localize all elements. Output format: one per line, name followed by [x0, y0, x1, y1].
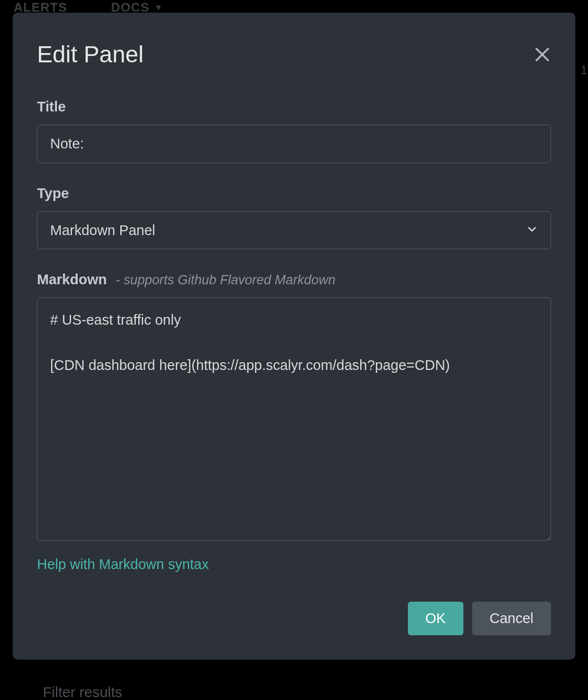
type-block: Type Markdown Panel [37, 185, 551, 249]
title-label: Title [37, 99, 551, 115]
background-filter-text: Filter results [43, 684, 122, 700]
type-label: Type [37, 185, 551, 202]
edit-panel-modal: Edit Panel Title Type Markdown Panel M [13, 13, 575, 660]
close-icon[interactable] [533, 46, 551, 63]
cancel-button[interactable]: Cancel [472, 602, 551, 635]
markdown-label-text: Markdown [37, 272, 107, 287]
type-select[interactable]: Markdown Panel [37, 211, 551, 249]
type-select-wrap: Markdown Panel [37, 211, 551, 249]
ok-button[interactable]: OK [408, 602, 463, 635]
markdown-label: Markdown - supports Github Flavored Mark… [37, 272, 551, 288]
modal-title: Edit Panel [37, 41, 144, 68]
modal-header: Edit Panel [37, 41, 551, 68]
chevron-down-icon: ▾ [156, 2, 161, 13]
modal-footer: OK Cancel [37, 602, 551, 635]
title-input[interactable] [37, 125, 551, 163]
title-block: Title [37, 99, 551, 163]
markdown-textarea[interactable] [37, 297, 551, 541]
markdown-block: Markdown - supports Github Flavored Mark… [37, 272, 551, 543]
markdown-hint: - supports Github Flavored Markdown [115, 273, 335, 287]
help-markdown-link[interactable]: Help with Markdown syntax [37, 556, 551, 572]
